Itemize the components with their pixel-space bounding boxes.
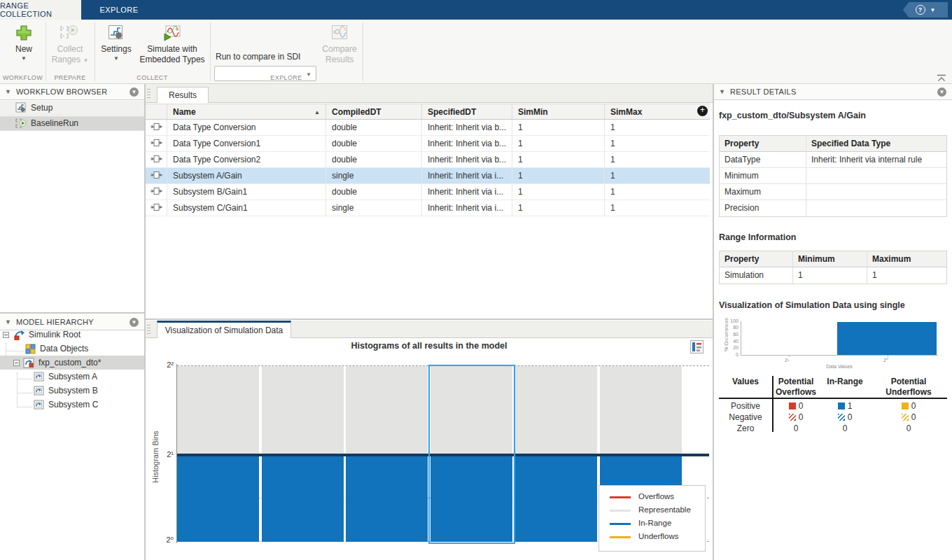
workflow-browser-header[interactable]: ▼ WORKFLOW BROWSER ▼	[0, 84, 144, 100]
collapse-caret-icon[interactable]: ▼	[5, 88, 11, 95]
help-button[interactable]: ? ▼	[903, 2, 948, 18]
results-row[interactable]: Data Type Conversion double Inherit: Inh…	[146, 120, 710, 136]
tree-item-label: Subsystem C	[48, 400, 98, 410]
chart-options-icon[interactable]	[690, 340, 704, 354]
results-row[interactable]: Data Type Conversion2 double Inherit: In…	[146, 152, 710, 168]
property-row[interactable]: Maximum	[720, 184, 946, 200]
mini-y-tick: 80	[729, 325, 738, 330]
settings-button[interactable]: Settings ▼	[98, 24, 134, 62]
property-row[interactable]: DataType Inherit: Inherit via internal r…	[720, 152, 946, 168]
section-label-workflow: WORKFLOW	[0, 74, 46, 81]
toolstrip: New ▼ Collect Ranges ▼ Settings ▼	[0, 20, 952, 84]
workflow-item-baselinerun[interactable]: BaselineRun	[0, 116, 144, 131]
mini-y-axis-line	[741, 321, 741, 355]
block-icon	[150, 203, 162, 211]
values-table-header: Values Potential Overflows In-Range Pote…	[719, 377, 947, 398]
workflow-browser-title: WORKFLOW BROWSER	[16, 88, 130, 96]
representable-swatch	[610, 510, 631, 512]
section-divider	[363, 22, 363, 81]
legend-label: Representable	[638, 505, 691, 514]
y-tick: 2²	[158, 360, 174, 369]
mini-y-tick: 0	[729, 352, 738, 357]
results-row[interactable]: Data Type Conversion1 double Inherit: In…	[146, 136, 710, 152]
panel-grip[interactable]	[147, 89, 150, 99]
tab-results[interactable]: Results	[157, 87, 209, 103]
mini-x-tickmark	[888, 355, 888, 357]
tab-explore[interactable]: EXPLORE	[81, 0, 157, 20]
values-table-rule	[719, 398, 947, 399]
section-label-prepare: PREPARE	[46, 74, 94, 81]
property-row[interactable]: Precision	[720, 200, 946, 216]
results-row-selected[interactable]: Subsystem A/Gain single Inherit: Inherit…	[146, 168, 710, 184]
tree-item-subsystem-a[interactable]: Subsystem A	[0, 370, 144, 384]
new-button[interactable]: New ▼	[6, 24, 42, 62]
tree-item-simulink-root[interactable]: Simulink Root	[0, 328, 144, 342]
panel-menu-icon[interactable]: ▼	[130, 88, 139, 97]
legend-label: In-Range	[638, 519, 671, 527]
tree-item-label: Simulink Root	[29, 330, 80, 340]
column-header-simmax[interactable]: SimMax	[605, 104, 699, 119]
result-details-title: RESULT DETAILS	[730, 88, 937, 96]
tree-item-fxp-custom-dto[interactable]: fxp_custom_dto*	[0, 356, 144, 370]
fixed-point-tool-window: RANGE COLLECTION EXPLORE ? ▼ New ▼	[0, 0, 952, 560]
result-details-header[interactable]: ▼ RESULT DETAILS ▼	[714, 84, 952, 100]
add-column-button[interactable]: +	[697, 106, 708, 116]
column-header-specifieddt[interactable]: SpecifiedDT	[422, 104, 512, 119]
values-row-zero: Zero 0 0 0	[719, 424, 947, 433]
panel-menu-icon[interactable]: ▼	[937, 88, 946, 97]
svg-text:fi: fi	[176, 27, 178, 31]
mini-y-tick: 60	[729, 332, 738, 337]
subsystem-icon	[34, 400, 44, 410]
underflow-swatch	[902, 402, 909, 410]
sort-ascending-icon[interactable]: ▲	[314, 109, 320, 115]
values-row-negative: Negative 0 0 0	[719, 412, 947, 422]
section-label-explore: EXPLORE	[210, 74, 363, 81]
setup-icon	[15, 102, 27, 113]
collapse-box-icon[interactable]	[13, 360, 20, 366]
section-divider	[94, 22, 95, 81]
tree-item-subsystem-b[interactable]: Subsystem B	[0, 384, 144, 398]
column-header-name[interactable]: Name ▲	[167, 104, 326, 119]
property-row[interactable]: Minimum	[720, 168, 946, 184]
collapse-box-icon[interactable]	[3, 332, 9, 338]
right-splitter[interactable]	[713, 84, 714, 560]
panel-grip[interactable]	[147, 325, 150, 335]
selected-column-highlight	[428, 365, 515, 544]
tree-item-subsystem-c[interactable]: Subsystem C	[0, 398, 144, 412]
mini-y-tick: 20	[729, 345, 738, 350]
toolstrip-tab-band: RANGE COLLECTION EXPLORE ? ▼	[0, 0, 952, 20]
range-info-row[interactable]: Simulation 1 1	[720, 267, 946, 284]
help-icon: ?	[916, 5, 925, 15]
underflow-hatched-swatch	[902, 414, 909, 421]
collapse-toolstrip-icon[interactable]	[937, 74, 946, 82]
mini-x-tickmark	[789, 355, 790, 357]
workflow-item-setup[interactable]: Setup	[0, 101, 144, 115]
data-objects-icon	[25, 344, 36, 354]
block-icon	[150, 187, 162, 195]
results-table: Name ▲ CompiledDT SpecifiedDT SimMin Sim…	[146, 104, 710, 216]
tree-item-data-objects[interactable]: Data Objects	[0, 342, 144, 356]
run-to-compare-label: Run to compare in SDI	[216, 52, 300, 62]
mini-histogram-bar	[837, 322, 937, 355]
overflow-swatch	[789, 402, 796, 410]
tab-range-collection[interactable]: RANGE COLLECTION	[0, 0, 81, 20]
column-header-simmin[interactable]: SimMin	[512, 104, 605, 119]
mini-x-axis-line	[741, 355, 938, 356]
panel-menu-icon[interactable]: ▼	[130, 318, 139, 327]
subsystem-icon	[34, 386, 44, 396]
property-header: Property	[720, 136, 806, 151]
results-row[interactable]: Subsystem C/Gain1 single Inherit: Inheri…	[146, 200, 710, 216]
left-panel-splitter[interactable]	[0, 312, 144, 314]
block-icon	[150, 122, 162, 131]
tab-visualization[interactable]: Visualization of Simulation Data	[157, 321, 291, 338]
chevron-down-icon: ▼	[21, 55, 27, 62]
column-header-compileddt[interactable]: CompiledDT	[326, 104, 422, 119]
range-max-header: Maximum	[867, 251, 946, 267]
collapse-caret-icon[interactable]: ▼	[719, 88, 725, 95]
range-info-table: Property Minimum Maximum Simulation 1 1	[719, 251, 947, 284]
collapse-caret-icon[interactable]: ▼	[5, 318, 11, 326]
range-property-header: Property	[720, 251, 793, 267]
center-splitter[interactable]	[146, 318, 713, 320]
results-row[interactable]: Subsystem B/Gain1 double Inherit: Inheri…	[146, 184, 710, 200]
simulate-embedded-button[interactable]: fi Simulate with Embedded Types	[137, 24, 207, 65]
